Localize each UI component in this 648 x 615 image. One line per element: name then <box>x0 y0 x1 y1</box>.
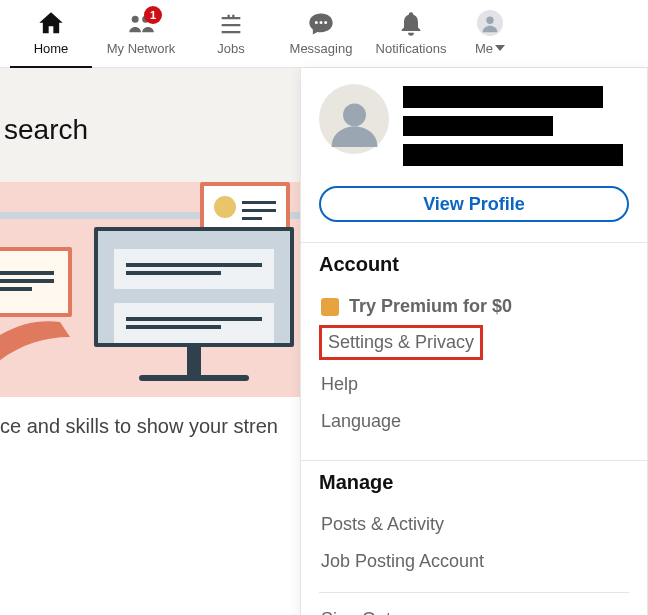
nav-my-network[interactable]: My Network 1 <box>96 8 186 58</box>
nav-label: Messaging <box>290 40 353 58</box>
menu-label: Sign Out <box>321 609 391 615</box>
bell-icon <box>397 10 425 38</box>
help-link[interactable]: Help <box>319 366 629 403</box>
nav-jobs[interactable]: Jobs <box>186 8 276 58</box>
manage-heading: Manage <box>319 471 629 494</box>
job-posting-link[interactable]: Job Posting Account <box>319 543 629 580</box>
premium-icon <box>321 298 339 316</box>
caret-down-icon <box>495 45 505 51</box>
notification-badge: 1 <box>144 6 162 24</box>
menu-label: Job Posting Account <box>321 551 484 572</box>
view-profile-button[interactable]: View Profile <box>319 186 629 222</box>
account-heading: Account <box>319 253 629 276</box>
nav-messaging[interactable]: Messaging <box>276 8 366 58</box>
nav-label: Home <box>34 40 69 58</box>
avatar-icon <box>477 10 503 36</box>
avatar-icon <box>319 84 389 154</box>
account-section: Account Try Premium for $0 Settings & Pr… <box>301 242 647 440</box>
menu-label: Help <box>321 374 358 395</box>
svg-point-1 <box>343 103 366 126</box>
profile-name-redacted <box>403 84 623 166</box>
svg-point-0 <box>486 17 493 24</box>
nav-label: Notifications <box>376 40 447 58</box>
manage-section: Manage Posts & Activity Job Posting Acco… <box>301 460 647 615</box>
nav-label: My Network <box>107 40 176 58</box>
navbar: Home My Network 1 Jobs Messaging Notific… <box>0 0 648 68</box>
menu-label: Posts & Activity <box>321 514 444 535</box>
nav-notifications[interactable]: Notifications <box>366 8 456 58</box>
menu-label: Try Premium for $0 <box>349 296 512 317</box>
nav-label: Me <box>475 40 493 58</box>
me-dropdown: View Profile Account Try Premium for $0 … <box>300 68 648 615</box>
try-premium-link[interactable]: Try Premium for $0 <box>319 288 629 325</box>
language-link[interactable]: Language <box>319 403 629 440</box>
nav-me[interactable]: Me <box>456 8 524 58</box>
sign-out-link[interactable]: Sign Out <box>319 601 629 615</box>
profile-header[interactable] <box>301 80 647 176</box>
menu-label: Language <box>321 411 401 432</box>
briefcase-icon <box>217 10 245 38</box>
message-icon <box>306 10 336 38</box>
settings-privacy-link[interactable]: Settings & Privacy <box>319 325 483 360</box>
nav-label: Jobs <box>217 40 244 58</box>
nav-home[interactable]: Home <box>6 8 96 58</box>
home-icon <box>37 10 65 38</box>
menu-label: Settings & Privacy <box>328 332 474 353</box>
posts-activity-link[interactable]: Posts & Activity <box>319 506 629 543</box>
